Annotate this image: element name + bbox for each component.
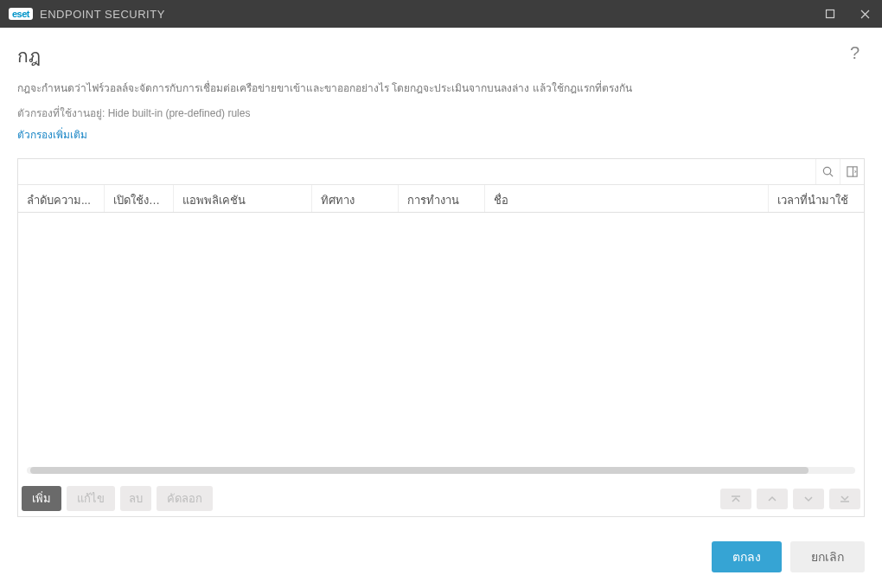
col-enabled[interactable]: เปิดใช้งาน...: [105, 185, 174, 212]
app-logo: eset: [9, 8, 33, 20]
col-action[interactable]: การทำงาน: [399, 185, 485, 212]
table-search-row: [18, 159, 864, 185]
heading-row: กฎ ?: [17, 42, 865, 70]
more-filters: ตัวกรองเพิ่มเติม: [17, 126, 865, 143]
window-close-button[interactable]: [847, 0, 882, 28]
titlebar: eset ENDPOINT SECURITY: [0, 0, 882, 28]
active-filter-label: ตัวกรองที่ใช้งานอยู่:: [17, 107, 105, 119]
move-top-button[interactable]: [720, 489, 751, 509]
window: eset ENDPOINT SECURITY กฎ ? กฎจะกำหนดว่า…: [0, 0, 882, 588]
search-input[interactable]: [18, 159, 815, 184]
move-up-button[interactable]: [757, 489, 788, 509]
active-filter-value: Hide built-in (pre-defined) rules: [108, 107, 251, 119]
svg-point-1: [823, 167, 830, 174]
col-name[interactable]: ชื่อ: [485, 185, 769, 212]
move-down-button[interactable]: [793, 489, 824, 509]
copy-button[interactable]: คัดลอก: [157, 486, 213, 511]
col-application[interactable]: แอพพลิเคชัน: [174, 185, 312, 212]
active-filter: ตัวกรองที่ใช้งานอยู่: Hide built-in (pre…: [17, 105, 865, 121]
col-direction[interactable]: ทิศทาง: [312, 185, 399, 212]
app-name: ENDPOINT SECURITY: [40, 8, 165, 21]
more-filters-link[interactable]: ตัวกรองเพิ่มเติม: [17, 129, 87, 141]
dialog-footer: ตกลง ยกเลิก: [0, 533, 882, 588]
hscroll-thumb[interactable]: [30, 467, 808, 474]
edit-button[interactable]: แก้ไข: [67, 486, 115, 511]
rules-table: ลำดับความ... เปิดใช้งาน... แอพพลิเคชัน ท…: [17, 158, 865, 517]
reorder-buttons: [720, 489, 860, 509]
table-header: ลำดับความ... เปิดใช้งาน... แอพพลิเคชัน ท…: [18, 185, 864, 213]
col-priority[interactable]: ลำดับความ...: [18, 185, 105, 212]
table-actions: เพิ่ม แก้ไข ลบ คัดลอก: [18, 481, 864, 516]
content-area: กฎ ? กฎจะกำหนดว่าไฟร์วอลล์จะจัดการกับการ…: [0, 28, 882, 533]
add-button[interactable]: เพิ่ม: [22, 486, 61, 511]
delete-button[interactable]: ลบ: [120, 486, 151, 511]
logo-badge: eset: [9, 8, 33, 20]
page-title: กฎ: [17, 42, 41, 70]
page-description: กฎจะกำหนดว่าไฟร์วอลล์จะจัดการกับการเชื่อ…: [17, 80, 865, 96]
ok-button[interactable]: ตกลง: [712, 541, 782, 572]
svg-rect-0: [827, 10, 834, 18]
help-icon[interactable]: ?: [845, 42, 865, 65]
cancel-button[interactable]: ยกเลิก: [790, 541, 865, 572]
table-body: [18, 213, 864, 481]
col-time[interactable]: เวลาที่นำมาใช้: [769, 185, 864, 212]
column-chooser-icon[interactable]: [840, 159, 864, 184]
window-maximize-button[interactable]: [813, 0, 847, 28]
move-bottom-button[interactable]: [829, 489, 860, 509]
search-icon[interactable]: [815, 159, 840, 184]
